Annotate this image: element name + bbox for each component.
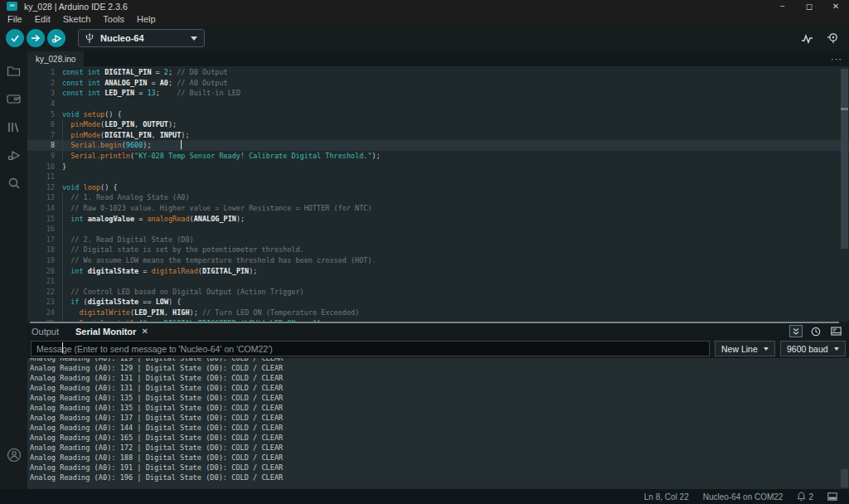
serial-output-line: Analog Reading (A0): 172 | Digital State… [30,443,849,453]
menu-file[interactable]: File [7,14,22,24]
serial-output-scrollbar[interactable] [841,469,848,487]
code-line[interactable]: 18 // Digital state is set by the potent… [27,245,849,255]
text-cursor [181,140,182,149]
arduino-logo-icon: ∞ [7,2,17,11]
sidebar-item-library-manager[interactable] [0,113,27,141]
baud-rate-value: 9600 baud [787,344,828,354]
code-line[interactable]: 9 Serial.println("KY-028 Temp Sensor Rea… [27,151,849,162]
code-line[interactable]: 14 // Raw 0-1023 value. Higher value = L… [27,203,849,214]
notifications-button[interactable]: 2 [797,492,813,502]
serial-monitor-icon[interactable] [827,32,839,44]
timestamp-toggle[interactable] [809,325,822,337]
code-line[interactable]: 4 [27,99,849,109]
statusbar: Ln 8, Col 22 Nucleo-64 on COM22 2 [0,489,849,504]
code-line[interactable]: 15 int analogValue = analogRead(ANALOG_P… [27,213,849,224]
serial-output-line: Analog Reading (A0): 135 | Digital State… [30,403,849,413]
code-line[interactable]: 11 [27,172,849,182]
toolbar: Nucleo-64 [0,25,849,51]
search-icon [7,177,21,190]
code-line[interactable]: 12void loop() { [27,182,849,193]
tab-output[interactable]: Output [32,327,59,337]
code-line[interactable]: 16 [27,224,849,235]
chevron-down-icon [764,347,769,351]
titlebar: ∞ ky_028 | Arduino IDE 2.3.6 − ◻ ✕ [0,0,849,12]
maximize-button[interactable]: ◻ [796,0,822,12]
close-icon[interactable]: ✕ [141,327,148,336]
serial-output-line: Analog Reading (A0): 131 | Digital State… [30,383,849,393]
serial-message-input[interactable] [31,341,710,356]
menu-tools[interactable]: Tools [103,14,124,24]
serial-monitor-output[interactable]: Analog Reading (A0): 129 | Digital State… [27,358,849,489]
timestamp-clock-icon [811,327,821,337]
line-ending-dropdown[interactable]: New Line [715,341,775,356]
code-line[interactable]: 22 // Control LED based on Digital Outpu… [27,286,849,297]
board-icon [7,93,22,104]
activity-sidebar [0,51,27,489]
line-number: 11 [27,172,55,181]
code-line[interactable]: 7 pinMode(DIGITAL_PIN, INPUT); [27,130,849,141]
menu-help[interactable]: Help [137,14,156,24]
board-selector[interactable]: Nucleo-64 [78,29,205,47]
code-line[interactable]: 8 Serial.begin(9600); [27,140,849,151]
sidebar-item-boards-manager[interactable] [0,85,27,113]
input-text-cursor [62,342,63,353]
line-number: 7 [27,131,55,139]
code-line[interactable]: 21 [27,276,849,287]
line-number: 5 [27,110,55,119]
code-line[interactable]: 1const int DIGITAL_PIN = 2; // D0 Output [27,67,849,78]
code-line[interactable]: 3const int LED_PIN = 13; // Built-in LED [27,88,849,99]
line-number: 2 [27,79,55,87]
code-line[interactable]: 23 if (digitalState == LOW) { [27,297,849,308]
serial-output-line: Analog Reading (A0): 188 | Digital State… [30,453,849,463]
debug-icon [7,149,21,162]
code-line[interactable]: 13 // 1. Read Analog State (A0) [27,192,849,203]
board-connection-status[interactable]: Nucleo-64 on COM22 [703,492,784,502]
serial-monitor-actions [789,325,842,337]
line-number: 21 [27,277,55,285]
double-chevron-down-icon [792,327,800,336]
line-number: 22 [27,288,55,296]
serial-plotter-icon[interactable] [801,33,813,44]
code-line[interactable]: 6 pinMode(LED_PIN, OUTPUT); [27,119,849,130]
verify-button[interactable] [6,29,24,47]
serial-output-rows: Analog Reading (A0): 129 | Digital State… [30,358,849,482]
menu-sketch[interactable]: Sketch [63,14,91,24]
serial-output-line: Analog Reading (A0): 165 | Digital State… [30,433,849,443]
tab-ky-028-ino[interactable]: ky_028.ino [27,51,84,66]
code-line[interactable]: 19 // We assume LOW means the temperatur… [27,255,849,266]
indent-guide [62,119,63,161]
code-editor[interactable]: 1const int DIGITAL_PIN = 2; // D0 Output… [27,66,849,322]
code-line[interactable]: 17 // 2. Read Digital State (D0) [27,235,849,245]
line-number: 20 [27,267,55,275]
menu-edit[interactable]: Edit [35,14,51,24]
tab-overflow-menu[interactable]: ··· [831,54,842,64]
debug-button[interactable] [47,29,65,47]
sidebar-item-search[interactable] [0,169,27,197]
board-selector-label: Nucleo-64 [100,33,144,43]
code-line[interactable]: 24 digitalWrite(LED_PIN, HIGH); // Turn … [27,308,849,318]
close-button[interactable]: ✕ [822,0,849,12]
usb-icon [85,33,94,44]
editor-vertical-scrollbar[interactable] [841,69,848,249]
autoscroll-toggle[interactable] [789,325,803,337]
clear-output-button[interactable] [829,325,842,337]
sidebar-item-sketchbook[interactable] [0,56,27,85]
code-line[interactable]: 20 int digitalState = digitalRead(DIGITA… [27,265,849,276]
code-line[interactable]: 2const int ANALOG_PIN = A0; // A0 Output [27,78,849,89]
code-line[interactable]: 5void setup() { [27,109,849,119]
cursor-position[interactable]: Ln 8, Col 22 [644,492,689,502]
toggle-bottom-panel-button[interactable] [827,492,837,501]
baud-rate-dropdown[interactable]: 9600 baud [780,341,846,356]
line-number: 4 [27,99,55,108]
upload-button[interactable] [27,29,45,47]
sidebar-item-debug[interactable] [0,141,27,169]
minimize-button[interactable]: − [769,0,796,12]
sidebar-item-account[interactable] [0,441,27,469]
serial-output-line: Analog Reading (A0): 129 | Digital State… [30,363,849,373]
arduino-ide-window: ∞ ky_028 | Arduino IDE 2.3.6 − ◻ ✕ File … [0,0,849,504]
tab-serial-monitor[interactable]: Serial Monitor ✕ [75,327,148,337]
line-number: 23 [27,298,55,306]
code-line[interactable]: 10} [27,161,849,172]
line-number: 16 [27,225,55,233]
clear-output-icon [831,327,842,336]
